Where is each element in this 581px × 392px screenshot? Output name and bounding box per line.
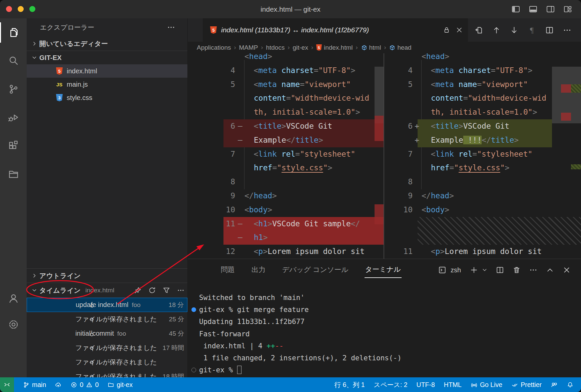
statusbar-sync[interactable]: [55, 381, 62, 388]
toggle-panel-icon[interactable]: [529, 5, 538, 14]
code-line[interactable]: 12 <p>Lorem ipsum dolor sit: [188, 245, 384, 259]
timeline-item[interactable]: ファイルが保存されました: [27, 355, 187, 369]
code-line[interactable]: th, initial-scale=1.0">: [384, 105, 581, 119]
title-bar[interactable]: index.html — git-ex: [0, 0, 581, 18]
section-open-editors[interactable]: 開いているエディター: [27, 37, 187, 51]
diff-original-pane[interactable]: <head> 4 <meta charset="UTF-8"> 5 <meta …: [188, 53, 384, 259]
split-terminal-icon[interactable]: [496, 266, 504, 274]
minimize-button[interactable]: [18, 6, 24, 12]
code-line[interactable]: 7 <link rel="stylesheet": [384, 147, 581, 161]
command-decoration-icon[interactable]: [191, 307, 196, 312]
section-outline[interactable]: アウトライン: [27, 268, 187, 283]
file-item-main.js[interactable]: JSmain.js: [27, 78, 187, 91]
open-changes-icon[interactable]: [474, 26, 483, 35]
breadcrumb-item[interactable]: 5index.html: [316, 44, 353, 51]
new-terminal-icon[interactable]: [470, 266, 478, 274]
editor-more-actions-icon[interactable]: [563, 26, 572, 35]
code-line[interactable]: – Example</title>: [188, 133, 384, 147]
panel-tab-問題[interactable]: 問題: [220, 262, 235, 278]
terminal-dropdown-icon[interactable]: [482, 267, 488, 273]
activitybar-search[interactable]: [0, 47, 27, 75]
statusbar-indentation[interactable]: スペース: 2: [374, 380, 408, 389]
code-line[interactable]: 11 – <h1>VSCode Git sample</: [188, 217, 384, 231]
code-line[interactable]: <head>: [384, 53, 581, 64]
statusbar-branch[interactable]: main: [23, 381, 46, 389]
terminal-icon[interactable]: [438, 266, 447, 274]
code-line[interactable]: 4 <meta charset="UTF-8">: [384, 64, 581, 78]
left-scrollbar[interactable]: [375, 53, 384, 259]
remote-indicator[interactable]: [0, 377, 14, 392]
section-timeline[interactable]: タイムライン index.html: [27, 283, 187, 298]
activitybar-extensions[interactable]: [0, 132, 27, 160]
statusbar-workspace[interactable]: git-ex: [107, 381, 133, 389]
filter-icon[interactable]: [162, 286, 170, 294]
breadcrumb-item[interactable]: html: [361, 44, 381, 51]
timeline-more-actions-icon[interactable]: [177, 286, 185, 294]
statusbar-feedback[interactable]: [551, 381, 558, 388]
code-line[interactable]: th, initial-scale=1.0">: [188, 105, 384, 119]
toggle-secondary-sidebar-icon[interactable]: [546, 5, 555, 14]
code-line[interactable]: href="style.css">: [188, 161, 384, 175]
statusbar-cursor-position[interactable]: 行 6、列 1: [335, 380, 365, 389]
code-line[interactable]: 10 <body>: [188, 203, 384, 217]
close-tab-icon[interactable]: [455, 26, 463, 34]
code-line[interactable]: + Example !!!</title>: [384, 133, 581, 147]
code-line[interactable]: 5 <meta name="viewport": [188, 78, 384, 92]
statusbar-go-live[interactable]: Go Live: [471, 381, 502, 389]
code-line[interactable]: 6 – <title>VSCode Git: [188, 119, 384, 133]
code-line[interactable]: 10 <body>: [384, 203, 581, 217]
terminal[interactable]: Switched to branch 'main'git-ex % git me…: [199, 292, 574, 376]
code-line[interactable]: href="style.css">: [384, 161, 581, 175]
code-line[interactable]: 11 <p>Lorem ipsum dolor sit: [384, 245, 581, 259]
close-panel-icon[interactable]: [562, 266, 571, 274]
code-line[interactable]: <head>: [188, 53, 384, 64]
activitybar-settings[interactable]: [0, 311, 27, 337]
previous-change-icon[interactable]: [492, 26, 501, 35]
refresh-icon[interactable]: [148, 286, 156, 294]
breadcrumb-item[interactable]: git-ex: [293, 44, 308, 51]
timeline-item[interactable]: ファイルが保存されました 25 分: [27, 312, 187, 326]
statusbar-problems[interactable]: 00: [70, 381, 99, 389]
file-item-style.css[interactable]: 3style.css: [27, 91, 187, 104]
code-line[interactable]: – h1>: [188, 231, 384, 245]
activitybar-folder-view[interactable]: [0, 160, 27, 188]
statusbar-prettier[interactable]: Prettier: [511, 381, 542, 389]
whitespace-pilcrow-icon[interactable]: ¶: [527, 26, 536, 35]
kill-terminal-icon[interactable]: [512, 266, 521, 274]
zoom-button[interactable]: [29, 6, 35, 12]
breadcrumb-item[interactable]: MAMP: [239, 44, 258, 51]
toggle-sidebar-icon[interactable]: [511, 5, 520, 14]
breadcrumb-item[interactable]: Applications: [197, 44, 231, 51]
breadcrumb-item[interactable]: htdocs: [266, 44, 284, 51]
code-line[interactable]: content="width=device-wid: [384, 91, 581, 105]
section-workspace[interactable]: GIT-EX: [27, 51, 187, 64]
statusbar-notifications[interactable]: [567, 381, 574, 388]
customize-layout-icon[interactable]: [563, 5, 572, 14]
code-line[interactable]: 4 <meta charset="UTF-8">: [188, 64, 384, 78]
timeline-item[interactable]: update index.html foo 18 分: [27, 298, 187, 312]
panel-tab-デバッグ コンソール[interactable]: デバッグ コンソール: [281, 262, 349, 278]
code-line[interactable]: 7 <link rel="stylesheet": [188, 147, 384, 161]
file-item-index.html[interactable]: 5index.html: [27, 64, 187, 78]
right-scrollbar[interactable]: [552, 53, 581, 259]
panel-tab-ターミナル[interactable]: ターミナル: [365, 262, 402, 278]
next-change-icon[interactable]: [510, 26, 519, 35]
timeline-item[interactable]: ファイルが保存されました 18 時間: [27, 369, 187, 377]
code-line[interactable]: 5 <meta name="viewport": [384, 78, 581, 92]
code-line[interactable]: 8: [188, 175, 384, 189]
maximize-panel-icon[interactable]: [546, 266, 554, 274]
prompt-decoration-icon[interactable]: [191, 368, 196, 372]
code-line[interactable]: 9 </head>: [384, 189, 581, 203]
explorer-more-actions-icon[interactable]: [167, 23, 175, 32]
diff-editor-tab[interactable]: 5 index.html (11b33b17) ↔ index.html (1f…: [203, 18, 468, 42]
close-button[interactable]: [6, 6, 12, 12]
activitybar-accounts[interactable]: [0, 285, 27, 311]
panel-tab-出力[interactable]: 出力: [251, 262, 266, 278]
timeline-item[interactable]: ファイルが保存されました 17 時間: [27, 341, 187, 355]
diff-editor[interactable]: <head> 4 <meta charset="UTF-8"> 5 <meta …: [188, 53, 581, 259]
statusbar-language-mode[interactable]: HTML: [444, 381, 462, 389]
split-editor-icon[interactable]: [545, 26, 554, 35]
breadcrumb-item[interactable]: head: [389, 44, 411, 51]
statusbar-encoding[interactable]: UTF-8: [417, 381, 435, 389]
code-line[interactable]: content="width=device-wid: [188, 91, 384, 105]
